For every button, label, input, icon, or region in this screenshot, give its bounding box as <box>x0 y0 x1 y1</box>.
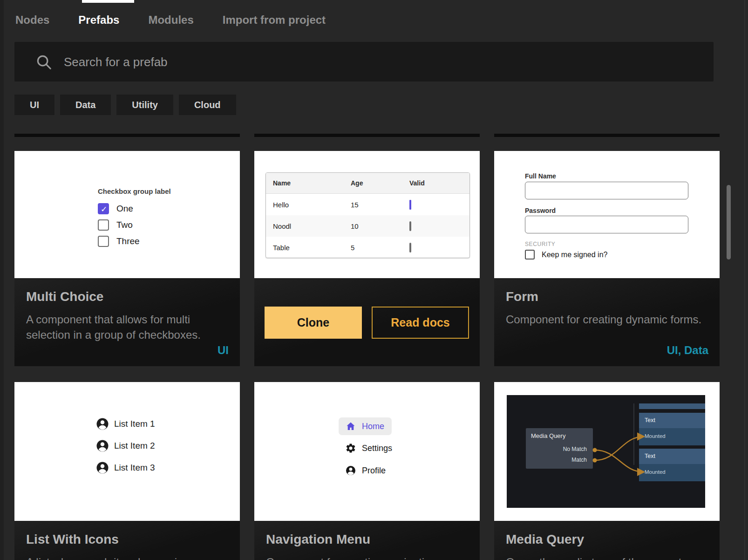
card-tags: UI, Data <box>667 344 708 357</box>
password-label: Password <box>525 207 556 214</box>
checkbox-option-three[interactable]: Three <box>98 235 140 247</box>
table-header-row: Name Age Valid <box>266 173 469 194</box>
top-tab-bar: Nodes Prefabs Modules Import from projec… <box>0 0 748 40</box>
nav-item-settings[interactable]: Settings <box>345 442 392 454</box>
checkbox-unchecked[interactable] <box>525 250 535 260</box>
filter-chip-row: UI Data Utility Cloud <box>14 95 236 115</box>
prefab-search-bar[interactable] <box>14 42 714 82</box>
form-preview: Full Name Password SECURITY Keep me sign… <box>494 151 720 278</box>
previous-card-bottom-edge <box>254 134 480 137</box>
output-no-match: No Match <box>563 446 587 452</box>
mounted-port-row: Mounted <box>639 428 705 445</box>
full-name-label: Full Name <box>525 172 556 180</box>
checkbox-option-label: One <box>116 204 133 214</box>
preview-table: Name Age Valid Hello 15 Noodl 10 Table 5 <box>265 172 470 258</box>
checkbox-unchecked[interactable] <box>98 236 109 247</box>
checkbox-checked[interactable] <box>98 203 109 214</box>
prefab-card-list-with-icons[interactable]: List Item 1 List Item 2 List Item 3 List… <box>14 382 240 560</box>
nav-item-label: Settings <box>362 444 392 453</box>
text-node-header: Text <box>639 449 705 464</box>
tab-import-from-project[interactable]: Import from project <box>223 14 326 27</box>
nav-menu-preview: Home Settings Profile <box>254 382 480 521</box>
card-title: Multi Choice <box>26 289 103 304</box>
node-graph-image: Media Query No Match Match Text Mounted … <box>507 395 705 508</box>
keep-signed-in-row[interactable]: Keep me signed in? <box>525 250 607 260</box>
card-hover-actions: Clone Read docs <box>254 278 480 366</box>
person-icon <box>95 439 109 453</box>
prefab-card-form[interactable]: Full Name Password SECURITY Keep me sign… <box>494 151 720 366</box>
checkbox-unchecked[interactable] <box>409 221 411 231</box>
password-input[interactable] <box>525 216 688 233</box>
media-query-node: Media Query No Match Match <box>526 428 593 469</box>
home-icon <box>345 421 356 432</box>
nav-item-label: Profile <box>362 466 386 476</box>
clone-button[interactable]: Clone <box>265 307 362 339</box>
prefab-card-multi-choice[interactable]: Checkbox group label One Two Three Multi… <box>14 151 240 366</box>
cell-valid <box>409 222 411 230</box>
node-title: Text <box>645 417 655 423</box>
card-title: List With Icons <box>26 532 119 547</box>
filter-chip-ui[interactable]: UI <box>14 95 54 115</box>
checkbox-option-one[interactable]: One <box>98 203 133 215</box>
left-edge-strip <box>0 0 4 560</box>
port-label: Mounted <box>645 469 666 475</box>
tab-nodes[interactable]: Nodes <box>15 14 49 27</box>
cell-name: Table <box>273 244 290 252</box>
cell-age: 5 <box>351 244 354 252</box>
mounted-port-row: Mounted <box>639 464 705 481</box>
card-info-panel: Form Component for creating dynamic form… <box>494 278 720 366</box>
card-title: Form <box>506 289 538 304</box>
table-header-age: Age <box>351 179 363 187</box>
partial-node-edge <box>639 403 705 409</box>
checkbox-checked[interactable] <box>409 200 411 210</box>
checkbox-unchecked[interactable] <box>98 219 109 231</box>
vertical-scrollbar-thumb[interactable] <box>727 185 731 260</box>
tab-modules[interactable]: Modules <box>148 14 193 27</box>
search-icon <box>35 53 53 71</box>
nav-item-label: Home <box>362 422 384 431</box>
card-info-panel: Multi Choice A component that allows for… <box>14 278 240 366</box>
card-description: Component for creating dynamic forms. <box>506 312 709 327</box>
list-item: List Item 1 <box>95 417 155 431</box>
right-edge-seam <box>744 0 745 560</box>
prefab-card-media-query[interactable]: Media Query No Match Match Text Mounted … <box>494 382 720 560</box>
card-info-panel: Navigation Menu Component for creating n… <box>254 521 480 560</box>
security-section-label: SECURITY <box>525 241 555 247</box>
person-icon <box>95 461 109 475</box>
prefab-card-navigation-menu[interactable]: Home Settings Profile Navigation Menu Co… <box>254 382 480 560</box>
gear-icon <box>345 443 356 454</box>
filter-chip-cloud[interactable]: Cloud <box>179 95 236 115</box>
search-input[interactable] <box>63 42 707 82</box>
port-label: Mounted <box>645 433 666 439</box>
media-query-preview: Media Query No Match Match Text Mounted … <box>494 382 720 521</box>
card-description: A component that allows for multi select… <box>26 312 229 342</box>
text-node-header: Text <box>639 413 705 428</box>
list-item-label: List Item 1 <box>114 419 155 429</box>
checkbox-option-two[interactable]: Two <box>98 219 133 231</box>
checkbox-unchecked[interactable] <box>409 243 411 253</box>
table-preview: Name Age Valid Hello 15 Noodl 10 Table 5 <box>254 151 480 278</box>
table-row: Noodl 10 <box>266 215 469 237</box>
output-match: Match <box>571 457 587 463</box>
full-name-input[interactable] <box>525 182 688 199</box>
table-row: Hello 15 <box>266 194 469 215</box>
cell-age: 15 <box>351 201 359 209</box>
card-tags: UI <box>218 344 229 357</box>
cell-name: Hello <box>273 201 289 209</box>
filter-chip-data[interactable]: Data <box>60 95 111 115</box>
list-item: List Item 2 <box>95 439 155 453</box>
cell-name: Noodl <box>273 222 291 230</box>
prefab-card-table[interactable]: Name Age Valid Hello 15 Noodl 10 Table 5… <box>254 151 480 366</box>
checkbox-group-label: Checkbox group label <box>98 187 171 195</box>
read-docs-button[interactable]: Read docs <box>372 307 469 339</box>
node-title: Text <box>645 453 655 459</box>
filter-chip-utility[interactable]: Utility <box>116 95 173 115</box>
card-title: Navigation Menu <box>266 532 370 547</box>
previous-card-bottom-edge <box>494 134 720 137</box>
nav-item-home[interactable]: Home <box>339 417 392 435</box>
tab-prefabs[interactable]: Prefabs <box>78 14 119 27</box>
table-row: Table 5 <box>266 237 469 258</box>
checkbox-option-label: Two <box>116 220 133 230</box>
node-title: Media Query <box>531 432 565 439</box>
nav-item-profile[interactable]: Profile <box>345 464 386 477</box>
